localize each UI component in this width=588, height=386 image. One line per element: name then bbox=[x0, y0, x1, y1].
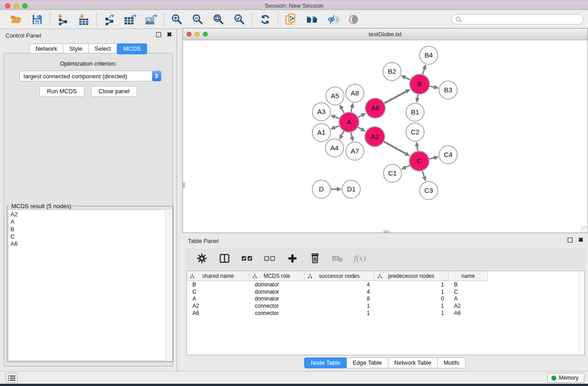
import-table-icon[interactable] bbox=[76, 13, 91, 26]
graph-edge-C-C3[interactable] bbox=[422, 171, 424, 177]
table-cell-name[interactable]: A bbox=[449, 295, 488, 302]
zoom-selected-icon[interactable] bbox=[232, 13, 247, 26]
graph-edge-A-A1[interactable] bbox=[335, 126, 339, 128]
table-cell-successor_nodes[interactable]: 1 bbox=[305, 303, 374, 309]
table-tab-node-table[interactable]: Node Table bbox=[304, 357, 347, 368]
import-network-icon[interactable] bbox=[56, 13, 70, 26]
search-input[interactable] bbox=[451, 14, 583, 24]
table-cell-mcds_role[interactable]: connector bbox=[249, 310, 305, 316]
open-session-icon[interactable] bbox=[9, 13, 24, 26]
select-all-icon[interactable] bbox=[241, 252, 253, 265]
show-all-icon[interactable] bbox=[346, 13, 361, 26]
table-row-b[interactable]: Bdominator41B bbox=[187, 281, 584, 288]
export-table-icon[interactable] bbox=[123, 13, 138, 26]
fit-content-icon[interactable] bbox=[211, 13, 226, 26]
mcds-list-item[interactable]: A6 bbox=[10, 240, 172, 248]
memory-button[interactable]: Memory bbox=[547, 373, 584, 383]
criterion-select[interactable]: largest connected component (directed) bbox=[19, 71, 162, 81]
table-cell-mcds_role[interactable]: dominator bbox=[249, 295, 305, 302]
graph-edge-B-B4[interactable] bbox=[423, 69, 425, 75]
zoom-out-icon[interactable] bbox=[191, 13, 205, 26]
graph-edge-A-A4[interactable] bbox=[342, 131, 344, 135]
table-cell-predecessor_nodes[interactable]: 0 bbox=[374, 295, 449, 302]
graph-edge-C-C2[interactable] bbox=[417, 147, 417, 151]
graph-edge-A-A6[interactable] bbox=[358, 115, 362, 117]
graph-edge-A-A5[interactable] bbox=[342, 109, 344, 113]
table-row-a2[interactable]: A2connector11A2 bbox=[187, 302, 584, 310]
node-table[interactable]: shared nameMCDS rolesuccessor nodesprede… bbox=[186, 271, 585, 355]
first-neighbors-icon[interactable] bbox=[305, 13, 319, 26]
graph-edge-A2-C[interactable] bbox=[384, 142, 406, 153]
graph-edge-B-B3[interactable] bbox=[430, 86, 434, 87]
network-from-selection-icon[interactable] bbox=[284, 13, 298, 26]
graph-edge-A-A2[interactable] bbox=[358, 127, 361, 129]
table-cell-successor_nodes[interactable]: 8 bbox=[305, 295, 374, 302]
table-cell-shared_name[interactable]: A6 bbox=[187, 310, 249, 316]
graph-edge-A-A7[interactable] bbox=[351, 133, 352, 137]
table-scrollbar[interactable] bbox=[578, 271, 584, 355]
column-header-mcds-role[interactable]: MCDS role bbox=[249, 271, 305, 281]
zoom-in-icon[interactable] bbox=[170, 13, 184, 26]
tab-mcds[interactable]: MCDS bbox=[117, 43, 147, 54]
graph-edge-B-B1[interactable] bbox=[417, 95, 418, 98]
table-cell-shared_name[interactable]: B bbox=[187, 281, 249, 288]
table-cell-mcds_role[interactable]: connector bbox=[249, 303, 305, 309]
float-table-panel-icon[interactable] bbox=[568, 238, 573, 243]
graph-edge-B-B2[interactable] bbox=[405, 77, 410, 80]
column-header-name[interactable]: name bbox=[449, 271, 488, 281]
table-cell-shared_name[interactable]: A2 bbox=[187, 303, 249, 309]
close-panel-icon[interactable]: ✖ bbox=[167, 32, 172, 37]
network-canvas[interactable]: B4B2BB3B1A6A5A8A3AA1A4A7A2C2C4CC1C3DD1 bbox=[183, 40, 588, 233]
toggle-panel-split-icon[interactable] bbox=[218, 252, 231, 265]
deselect-all-icon[interactable] bbox=[263, 252, 276, 265]
float-panel-icon[interactable] bbox=[156, 32, 161, 37]
table-cell-mcds_role[interactable]: dominator bbox=[249, 289, 305, 295]
window-resize-grip[interactable] bbox=[581, 226, 587, 232]
run-mcds-button[interactable]: Run MCDS bbox=[39, 86, 85, 97]
network-window-titlebar[interactable]: testGlobe.txt bbox=[183, 29, 588, 40]
table-tab-motifs[interactable]: Motifs bbox=[437, 357, 466, 368]
table-cell-mcds_role[interactable]: dominator bbox=[249, 281, 305, 288]
add-column-icon[interactable] bbox=[286, 252, 299, 265]
export-network-icon[interactable] bbox=[102, 13, 117, 26]
mcds-list-item[interactable]: B bbox=[10, 226, 172, 233]
table-cell-predecessor_nodes[interactable]: 1 bbox=[374, 303, 449, 309]
table-cell-predecessor_nodes[interactable]: 1 bbox=[374, 289, 449, 295]
column-header-predecessor-nodes[interactable]: predecessor nodes bbox=[374, 271, 449, 281]
table-settings-icon[interactable] bbox=[196, 252, 208, 265]
table-cell-predecessor_nodes[interactable]: 1 bbox=[374, 310, 449, 316]
table-cell-shared_name[interactable]: C bbox=[187, 289, 249, 295]
result-list-scrollbar[interactable] bbox=[165, 210, 172, 361]
graph-edge-A-A8[interactable] bbox=[351, 107, 352, 112]
column-header-shared-name[interactable]: shared name bbox=[187, 271, 249, 281]
table-row-c[interactable]: Cdominator41C bbox=[187, 288, 584, 295]
mcds-list-item[interactable]: A bbox=[10, 218, 172, 225]
table-cell-successor_nodes[interactable]: 4 bbox=[305, 289, 374, 295]
close-panel-button[interactable]: Close panel bbox=[91, 86, 138, 97]
table-cell-shared_name[interactable]: A bbox=[187, 295, 249, 302]
table-cell-name[interactable]: B bbox=[449, 281, 488, 288]
table-tab-network-table[interactable]: Network Table bbox=[388, 357, 438, 368]
save-session-icon[interactable] bbox=[30, 13, 44, 26]
table-cell-successor_nodes[interactable]: 1 bbox=[305, 310, 374, 316]
table-cell-predecessor_nodes[interactable]: 1 bbox=[374, 281, 449, 288]
export-image-icon[interactable] bbox=[144, 13, 158, 26]
table-cell-name[interactable]: C bbox=[449, 289, 488, 295]
column-header-successor-nodes[interactable]: successor nodes bbox=[305, 271, 374, 281]
hide-selected-icon[interactable] bbox=[325, 13, 340, 26]
table-cell-name[interactable]: A2 bbox=[449, 303, 488, 309]
graph-edge-C-C1[interactable] bbox=[406, 166, 410, 167]
graph-edge-A-A3[interactable] bbox=[335, 117, 339, 119]
table-cell-name[interactable]: A6 bbox=[449, 310, 488, 316]
close-table-panel-icon[interactable]: ✖ bbox=[578, 238, 583, 243]
mcds-list-item[interactable]: C bbox=[10, 233, 172, 240]
table-tab-edge-table[interactable]: Edge Table bbox=[346, 357, 388, 368]
table-row-a[interactable]: Adominator80A bbox=[187, 295, 584, 303]
table-cell-successor_nodes[interactable]: 4 bbox=[305, 281, 374, 288]
task-history-button[interactable] bbox=[5, 373, 18, 383]
network-vscroll-thumb[interactable] bbox=[183, 182, 185, 188]
delete-columns-icon[interactable] bbox=[309, 252, 321, 265]
refresh-layout-icon[interactable] bbox=[258, 13, 272, 26]
graph-edge-A6-B[interactable] bbox=[384, 91, 406, 103]
graph-edge-C-C4[interactable] bbox=[429, 158, 434, 159]
